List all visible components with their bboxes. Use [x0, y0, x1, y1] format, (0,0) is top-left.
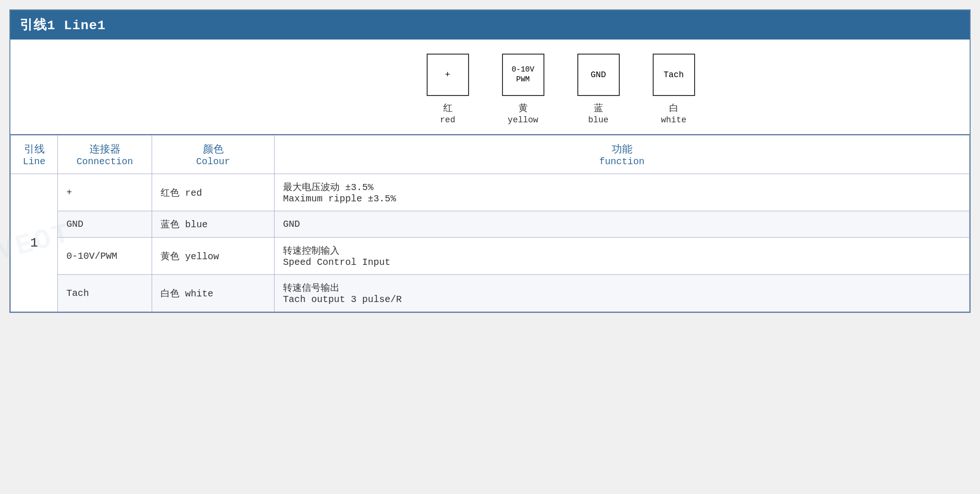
line-number-cell: 1 VEOT — [11, 174, 58, 312]
connector-plus-box: + — [427, 54, 469, 96]
connector-pwm-box: 0-10VPWM — [502, 54, 544, 96]
col-color-en: Colour — [161, 156, 266, 167]
conn-cell-pwm: 0-10V/PWM — [58, 238, 152, 275]
conn-cell-gnd: GND — [58, 211, 152, 238]
col-color-cn: 颜色 — [161, 142, 266, 156]
color-cell-red: 红色 red — [152, 174, 275, 211]
connector-diagram: + 红 red 0-10VPWM 黄 yellow GND 蓝 blue — [410, 54, 712, 125]
connector-gnd-label-en: blue — [588, 115, 608, 125]
connector-tach-box: Tach — [653, 54, 695, 96]
connector-tach-label-cn: 白 — [669, 102, 679, 114]
conn-value-tach: Tach — [66, 288, 89, 299]
connector-pwm-label-cn: 黄 — [518, 102, 528, 114]
main-container: 引线1 Line1 + 红 red 0-10VPWM 黄 yellow GND — [9, 9, 971, 313]
connector-gnd-box: GND — [577, 54, 620, 96]
col-conn-en: Connection — [66, 156, 143, 167]
table-row: 1 VEOT + 红色 red 最大电压波动 ±3.5% Maximum rip… — [11, 174, 970, 211]
table-row: GND 蓝色 blue GND — [11, 211, 970, 238]
func-cell-pwm: 转速控制输入 Speed Control Input — [275, 238, 970, 275]
connector-plus: + 红 red — [410, 54, 486, 125]
col-line-en: Line — [19, 156, 49, 167]
func-cell-gnd: GND — [275, 211, 970, 238]
color-cell-blue: 蓝色 blue — [152, 211, 275, 238]
col-func-cn: 功能 — [283, 142, 961, 156]
col-func-en: function — [283, 156, 961, 167]
table-row: Tach 白色 white 转速信号输出 Tach output 3 pulse… — [11, 275, 970, 312]
conn-cell-plus: + — [58, 174, 152, 211]
connector-tach: Tach 白 white — [636, 54, 712, 125]
connector-tach-symbol: Tach — [664, 70, 684, 80]
connector-tach-label-en: white — [661, 115, 686, 125]
func-cn-pwm: 转速控制输入 — [283, 244, 961, 257]
func-cell-tach: 转速信号输出 Tach output 3 pulse/R — [275, 275, 970, 312]
connector-plus-symbol: + — [445, 70, 450, 80]
connector-gnd: GND 蓝 blue — [561, 54, 636, 125]
func-cell-red: 最大电压波动 ±3.5% Maximum ripple ±3.5% — [275, 174, 970, 211]
conn-cell-tach: Tach — [58, 275, 152, 312]
func-cn-gnd: GND — [283, 219, 961, 230]
func-en-tach: Tach output 3 pulse/R — [283, 294, 961, 305]
color-value-yellow: 黄色 yellow — [161, 251, 219, 262]
conn-value-pwm: 0-10V/PWM — [66, 251, 117, 262]
connector-gnd-symbol: GND — [591, 70, 606, 80]
conn-value-plus: + — [66, 187, 72, 198]
connector-plus-label-en: red — [440, 115, 455, 125]
page-header: 引线1 Line1 — [10, 10, 970, 40]
wire-table: 引线 Line 连接器 Connection 颜色 Colour 功能 func… — [10, 135, 970, 312]
col-line-cn: 引线 — [19, 142, 49, 156]
line-number: 1 — [30, 236, 38, 250]
connector-pwm: 0-10VPWM 黄 yellow — [486, 54, 561, 125]
col-header-color: 颜色 Colour — [152, 135, 275, 174]
col-header-func: 功能 function — [275, 135, 970, 174]
func-en-pwm: Speed Control Input — [283, 257, 961, 268]
conn-value-gnd: GND — [66, 219, 83, 230]
table-header-row: 引线 Line 连接器 Connection 颜色 Colour 功能 func… — [11, 135, 970, 174]
connector-pwm-label-en: yellow — [508, 115, 538, 125]
func-en-red: Maximum ripple ±3.5% — [283, 193, 961, 204]
color-cell-yellow: 黄色 yellow — [152, 238, 275, 275]
color-cell-white: 白色 white — [152, 275, 275, 312]
connector-gnd-label-cn: 蓝 — [594, 102, 603, 114]
col-header-conn: 连接器 Connection — [58, 135, 152, 174]
col-header-line: 引线 Line — [11, 135, 58, 174]
col-conn-cn: 连接器 — [66, 142, 143, 156]
page-title: 引线1 Line1 — [20, 18, 106, 33]
table-row: 0-10V/PWM 黄色 yellow 转速控制输入 Speed Control… — [11, 238, 970, 275]
func-cn-red: 最大电压波动 ±3.5% — [283, 181, 961, 193]
connector-plus-label-cn: 红 — [443, 102, 453, 114]
data-table-section: 引线 Line 连接器 Connection 颜色 Colour 功能 func… — [10, 135, 970, 312]
connector-pwm-symbol: 0-10VPWM — [511, 65, 534, 85]
color-value-white: 白色 white — [161, 288, 213, 299]
color-value-red: 红色 red — [161, 188, 202, 199]
color-value-blue: 蓝色 blue — [161, 219, 208, 230]
func-cn-tach: 转速信号输出 — [283, 281, 961, 294]
diagram-section: + 红 red 0-10VPWM 黄 yellow GND 蓝 blue — [10, 40, 970, 135]
